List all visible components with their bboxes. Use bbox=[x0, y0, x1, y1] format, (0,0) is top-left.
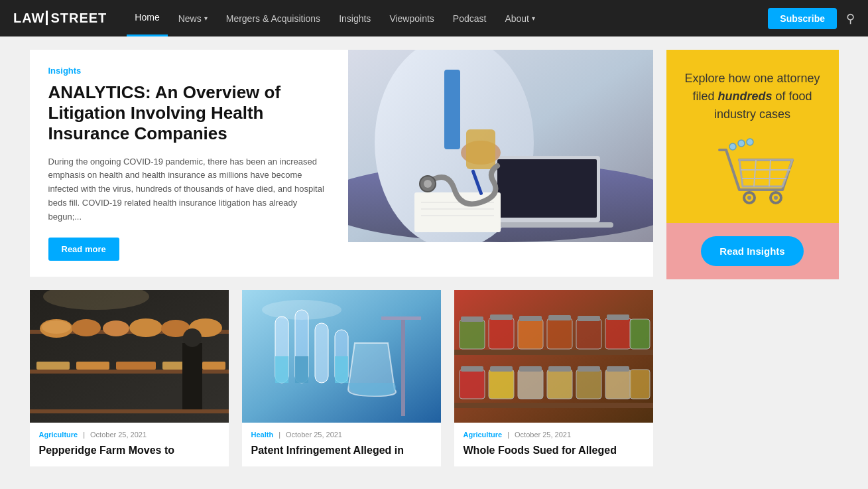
card-image-bakery bbox=[30, 290, 229, 423]
svg-rect-62 bbox=[630, 319, 650, 349]
article-card-2: Health | October 25, 2021 Patent Infring… bbox=[242, 290, 441, 467]
svg-rect-50 bbox=[460, 320, 485, 349]
svg-rect-74 bbox=[607, 366, 629, 372]
svg-rect-43 bbox=[335, 356, 348, 383]
sidebar-ad-bottom: Read Insights bbox=[666, 223, 839, 279]
svg-rect-71 bbox=[576, 370, 601, 399]
card-title-3: Whole Foods Sued for Alleged bbox=[454, 444, 653, 467]
svg-line-76 bbox=[754, 160, 756, 186]
svg-rect-73 bbox=[605, 370, 631, 399]
card-image-jars bbox=[454, 290, 653, 423]
svg-rect-64 bbox=[461, 366, 483, 372]
nav-insights[interactable]: Insights bbox=[331, 0, 379, 36]
svg-rect-59 bbox=[578, 316, 600, 321]
svg-rect-46 bbox=[381, 316, 421, 320]
card-image-lab bbox=[242, 290, 441, 423]
featured-title: ANALYTICS: An Overview of Litigation Inv… bbox=[48, 82, 330, 145]
cart-svg bbox=[706, 137, 799, 216]
sidebar-ad: Explore how one attorney filed hundreds … bbox=[666, 50, 839, 279]
card-category-1: Agriculture bbox=[39, 431, 78, 439]
read-more-button[interactable]: Read more bbox=[48, 238, 119, 261]
svg-rect-49 bbox=[454, 403, 653, 408]
read-insights-button[interactable]: Read Insights bbox=[701, 236, 803, 266]
svg-rect-61 bbox=[607, 314, 629, 320]
card-meta-2: Health | October 25, 2021 bbox=[242, 423, 441, 444]
article-card: Agriculture | October 25, 2021 Pepperidg… bbox=[30, 290, 229, 467]
svg-rect-65 bbox=[489, 370, 514, 399]
svg-rect-63 bbox=[460, 370, 485, 399]
svg-rect-3 bbox=[444, 70, 460, 149]
svg-rect-5 bbox=[497, 159, 597, 218]
svg-rect-56 bbox=[547, 318, 572, 349]
svg-rect-67 bbox=[518, 370, 543, 399]
sidebar-ad-bold: hundreds bbox=[717, 90, 772, 103]
svg-rect-57 bbox=[548, 315, 571, 320]
svg-line-77 bbox=[769, 160, 771, 186]
svg-rect-60 bbox=[605, 318, 631, 349]
card-date-2: October 25, 2021 bbox=[286, 431, 342, 439]
svg-rect-38 bbox=[275, 356, 288, 383]
nav-mergers[interactable]: Mergers & Acquisitions bbox=[218, 0, 328, 36]
svg-rect-52 bbox=[489, 318, 514, 349]
nav-home[interactable]: Home bbox=[127, 0, 167, 36]
featured-article: Insights ANALYTICS: An Overview of Litig… bbox=[30, 50, 653, 277]
featured-image-svg bbox=[348, 50, 653, 242]
svg-rect-51 bbox=[461, 316, 483, 322]
card-title-2: Patent Infringement Alleged in bbox=[242, 444, 441, 467]
news-arrow-icon: ▾ bbox=[204, 15, 208, 22]
svg-point-83 bbox=[774, 196, 778, 200]
svg-rect-68 bbox=[519, 366, 542, 372]
svg-point-14 bbox=[424, 180, 432, 188]
svg-rect-58 bbox=[576, 319, 601, 349]
card-date-3: October 25, 2021 bbox=[515, 431, 571, 439]
site-logo[interactable]: LAWSTREET bbox=[13, 11, 107, 26]
svg-point-85 bbox=[738, 140, 745, 147]
svg-rect-72 bbox=[578, 366, 600, 372]
featured-excerpt: During the ongoing COVID-19 pandemic, th… bbox=[48, 155, 330, 224]
svg-rect-75 bbox=[630, 370, 650, 399]
svg-rect-53 bbox=[490, 314, 513, 320]
svg-rect-54 bbox=[518, 319, 543, 349]
search-icon[interactable]: ⚲ bbox=[846, 11, 855, 26]
article-cards: Agriculture | October 25, 2021 Pepperidg… bbox=[30, 290, 653, 467]
svg-rect-66 bbox=[490, 366, 513, 372]
card-category-2: Health bbox=[251, 431, 274, 439]
svg-rect-34 bbox=[30, 290, 229, 423]
logo-street: STREET bbox=[46, 11, 107, 25]
subscribe-button[interactable]: Subscribe bbox=[768, 8, 837, 29]
svg-rect-55 bbox=[519, 316, 542, 321]
card-date-1: October 25, 2021 bbox=[90, 431, 147, 439]
article-card-3: Agriculture | October 25, 2021 Whole Foo… bbox=[454, 290, 653, 467]
nav-news[interactable]: News ▾ bbox=[170, 0, 216, 36]
nav-about[interactable]: About ▾ bbox=[497, 0, 543, 36]
card-title-1: Pepperidge Farm Moves to bbox=[30, 444, 229, 467]
card-meta-3: Agriculture | October 25, 2021 bbox=[454, 423, 653, 444]
nav-links: Home News ▾ Mergers & Acquisitions Insig… bbox=[127, 0, 761, 36]
svg-rect-8 bbox=[466, 129, 495, 169]
nav-viewpoints[interactable]: Viewpoints bbox=[381, 0, 442, 36]
sidebar-cart-image bbox=[666, 130, 839, 223]
svg-point-84 bbox=[729, 143, 736, 150]
featured-image bbox=[348, 50, 653, 277]
card-meta-1: Agriculture | October 25, 2021 bbox=[30, 423, 229, 444]
navigation: LAWSTREET Home News ▾ Mergers & Acquisit… bbox=[0, 0, 868, 36]
sidebar: Explore how one attorney filed hundreds … bbox=[666, 50, 839, 466]
nav-podcast[interactable]: Podcast bbox=[445, 0, 495, 36]
svg-rect-69 bbox=[547, 370, 572, 399]
about-arrow-icon: ▾ bbox=[532, 15, 535, 22]
sidebar-ad-top: Explore how one attorney filed hundreds … bbox=[666, 50, 839, 130]
main-column: Insights ANALYTICS: An Overview of Litig… bbox=[30, 50, 653, 466]
svg-point-81 bbox=[747, 196, 751, 200]
page-content: Insights ANALYTICS: An Overview of Litig… bbox=[17, 36, 852, 480]
svg-point-86 bbox=[747, 139, 753, 145]
featured-category: Insights bbox=[48, 66, 330, 76]
sidebar-ad-text: Explore how one attorney filed hundreds … bbox=[680, 70, 826, 123]
svg-rect-41 bbox=[315, 323, 328, 383]
svg-rect-40 bbox=[295, 356, 308, 383]
svg-rect-45 bbox=[401, 316, 405, 416]
svg-rect-48 bbox=[454, 350, 653, 355]
card-category-3: Agriculture bbox=[464, 431, 503, 439]
featured-text: Insights ANALYTICS: An Overview of Litig… bbox=[30, 50, 348, 277]
svg-rect-70 bbox=[548, 366, 571, 372]
svg-point-44 bbox=[262, 300, 341, 320]
